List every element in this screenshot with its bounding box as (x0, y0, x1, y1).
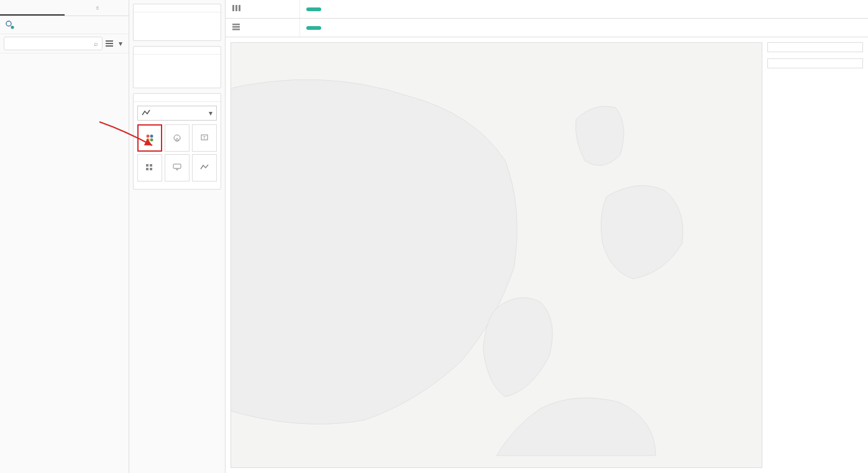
svg-point-5 (147, 135, 150, 138)
detail-icon (145, 163, 155, 172)
shelves (226, 0, 868, 37)
filters-card[interactable] (133, 46, 221, 88)
data-pane: ⌕ ▾ (0, 0, 129, 473)
marks-color-button[interactable] (137, 124, 162, 152)
mark-type-select[interactable] (137, 106, 217, 121)
svg-rect-15 (146, 168, 148, 170)
svg-point-10 (176, 139, 178, 141)
pages-card[interactable] (133, 4, 221, 41)
pages-title (134, 4, 221, 12)
rows-pill[interactable] (306, 26, 321, 30)
svg-rect-17 (173, 164, 181, 168)
color-icon (145, 133, 155, 142)
columns-icon (232, 4, 240, 14)
svg-point-6 (150, 135, 153, 138)
name-legend[interactable] (767, 58, 863, 68)
svg-rect-14 (150, 164, 152, 167)
dropdown-icon[interactable]: ▾ (116, 38, 125, 49)
map-svg (231, 43, 762, 467)
view-toggle-icon[interactable] (105, 38, 114, 49)
svg-rect-4 (106, 45, 113, 47)
viz-area (226, 37, 868, 473)
search-icon: ⌕ (94, 40, 98, 47)
tab-data[interactable] (0, 0, 65, 16)
svg-text:T: T (203, 135, 206, 140)
marks-label-button[interactable]: T (192, 124, 217, 152)
svg-rect-19 (235, 5, 237, 11)
svg-rect-16 (150, 168, 152, 170)
svg-point-0 (6, 21, 11, 26)
cards-pane: T (129, 0, 226, 473)
rows-icon (232, 23, 240, 32)
filters-title (134, 47, 221, 55)
datasource-icon (5, 20, 15, 30)
data-tabs (0, 0, 129, 16)
mark-pills (134, 181, 221, 189)
marks-card: T (133, 93, 221, 190)
svg-point-9 (174, 135, 180, 141)
svg-point-8 (150, 139, 153, 142)
name-legend-title (772, 62, 859, 65)
marks-tooltip-button[interactable] (165, 154, 190, 181)
rows-label (226, 19, 300, 37)
map-canvas[interactable] (231, 42, 762, 468)
svg-point-1 (11, 26, 14, 29)
datasource-row[interactable] (0, 16, 129, 34)
svg-rect-13 (146, 164, 148, 167)
svg-point-7 (147, 139, 150, 142)
columns-pill[interactable] (306, 7, 321, 11)
field-search[interactable]: ⌕ (4, 37, 103, 50)
marks-size-button[interactable] (165, 124, 190, 152)
search-row: ⌕ ▾ (0, 34, 129, 53)
columns-shelf[interactable] (226, 0, 868, 19)
marks-grid: T (134, 124, 221, 181)
legend-pane (767, 42, 863, 468)
svg-rect-3 (106, 43, 113, 44)
size-legend-title (772, 45, 859, 49)
svg-rect-22 (232, 26, 240, 28)
svg-rect-18 (232, 5, 234, 11)
svg-rect-23 (232, 29, 240, 30)
svg-rect-20 (239, 5, 240, 11)
marks-title (134, 94, 221, 102)
size-icon (172, 133, 182, 142)
tables-header (0, 53, 129, 58)
search-input[interactable] (8, 40, 94, 47)
path-icon (199, 163, 209, 172)
label-icon: T (199, 133, 209, 142)
size-legend[interactable] (767, 42, 863, 52)
svg-rect-21 (232, 24, 240, 25)
tooltip-icon (172, 163, 182, 172)
svg-rect-2 (106, 40, 113, 42)
rows-shelf[interactable] (226, 19, 868, 37)
work-pane (226, 0, 868, 473)
marks-detail-button[interactable] (137, 154, 162, 181)
marks-path-button[interactable] (192, 154, 217, 181)
line-icon (142, 109, 150, 117)
columns-label (226, 0, 300, 18)
tab-analytics[interactable] (65, 0, 129, 16)
